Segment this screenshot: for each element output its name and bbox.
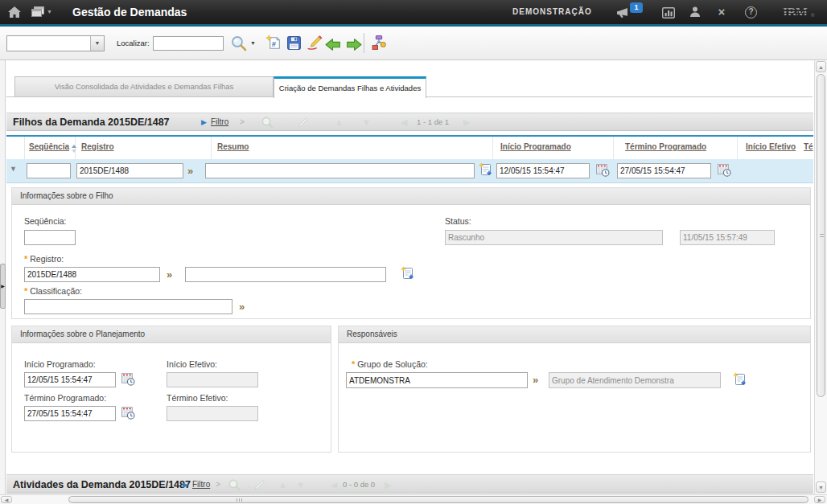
workflow-icon[interactable] bbox=[370, 35, 387, 51]
next-record-icon[interactable] bbox=[345, 36, 362, 53]
tab-criacao-demandas[interactable]: Criação de Demandas Filhas e Atividades bbox=[274, 76, 426, 98]
search-ghost-icon bbox=[261, 116, 274, 129]
scroll-right-icon[interactable]: ▶ bbox=[814, 496, 825, 503]
status-label: Status: bbox=[445, 216, 471, 226]
row-registro-input[interactable] bbox=[76, 163, 183, 178]
responsaveis-title: Responsáveis bbox=[339, 326, 810, 343]
next-page-ghost-icon: ▶ bbox=[385, 480, 391, 490]
windows-menu-caret-icon[interactable]: ▼ bbox=[47, 9, 52, 14]
search-icon[interactable] bbox=[230, 35, 248, 52]
inicio-efetivo-label: Início Efetivo: bbox=[167, 359, 217, 369]
atividades-filtro-link[interactable]: Filtro bbox=[192, 480, 210, 489]
reports-chart-icon[interactable] bbox=[661, 6, 676, 20]
help-icon[interactable]: ? bbox=[745, 6, 757, 18]
localizar-input[interactable] bbox=[153, 36, 224, 51]
row-inicio-calendar-icon[interactable] bbox=[595, 162, 610, 177]
row-termino-calendar-icon[interactable] bbox=[717, 162, 731, 177]
termino-efetivo-label: Término Efetivo: bbox=[167, 393, 228, 403]
planejamento-group: Informações sobre o Planejamento bbox=[11, 326, 331, 453]
grupo-solucao-lookup-icon[interactable]: » bbox=[533, 372, 538, 387]
grupo-solucao-input[interactable] bbox=[346, 372, 528, 388]
registro-label-text: Registro: bbox=[30, 254, 64, 264]
termino-programado-input[interactable] bbox=[24, 406, 116, 421]
registro-desc-input[interactable] bbox=[185, 267, 386, 282]
filtro-play-icon[interactable]: ▶ bbox=[201, 118, 207, 126]
combobox-caret-icon[interactable]: ▼ bbox=[90, 36, 104, 51]
filtro-play-icon[interactable]: ▶ bbox=[183, 481, 188, 489]
search-options-caret-icon[interactable]: ▼ bbox=[250, 40, 256, 46]
tab-visao-consolidada[interactable]: Visão Consolidada de Atividades e Demand… bbox=[14, 76, 274, 97]
atividades-section-title: Atividades da Demanda 2015DE/1487 bbox=[13, 479, 191, 490]
move-down-ghost-icon: ▼ bbox=[362, 117, 371, 127]
table-header-accent bbox=[6, 135, 813, 137]
edit-ghost-icon bbox=[253, 478, 266, 492]
filho-info-title: Informações sobre o Filho bbox=[12, 188, 810, 205]
filtro-expand-chevron[interactable]: > bbox=[240, 117, 245, 126]
save-icon[interactable] bbox=[286, 35, 302, 51]
grupo-long-description-icon[interactable] bbox=[733, 372, 747, 387]
row-sequencia-input[interactable] bbox=[27, 163, 71, 178]
prev-page-ghost-icon: ◀ bbox=[331, 480, 337, 490]
localizar-label: Localizar: bbox=[117, 39, 150, 47]
filtro-expand-chevron[interactable]: > bbox=[216, 480, 220, 489]
column-header-inicio-programado[interactable]: Início Programado bbox=[500, 142, 571, 151]
registro-lookup-icon[interactable]: » bbox=[167, 267, 172, 282]
column-header-sequencia[interactable]: Seqüência bbox=[29, 142, 69, 151]
horizontal-scrollbar[interactable]: ◀ ▶ bbox=[0, 494, 827, 504]
classificacao-input[interactable] bbox=[24, 299, 232, 314]
inicio-programado-label: Início Programado: bbox=[24, 359, 96, 369]
termino-programado-label: Término Programado: bbox=[24, 393, 106, 403]
column-header-registro[interactable]: Registro bbox=[81, 142, 114, 151]
previous-record-icon[interactable] bbox=[325, 36, 342, 53]
status-date-input bbox=[680, 230, 775, 245]
column-header-termino-programado[interactable]: Término Programado bbox=[625, 142, 706, 151]
row-termino-programado-input[interactable] bbox=[617, 163, 711, 178]
row-resumo-input[interactable] bbox=[205, 163, 475, 178]
windows-stack-icon[interactable] bbox=[31, 5, 45, 19]
inicio-efetivo-input bbox=[167, 372, 258, 387]
row-inicio-programado-input[interactable] bbox=[496, 163, 590, 178]
home-icon[interactable] bbox=[7, 5, 22, 19]
registro-input[interactable] bbox=[24, 267, 160, 282]
profile-icon[interactable] bbox=[689, 6, 702, 18]
planejamento-title: Informações sobre o Planejamento bbox=[12, 326, 331, 343]
required-icon: * bbox=[24, 286, 27, 296]
expand-row-icon[interactable]: ▼ bbox=[10, 165, 17, 173]
termino-programado-calendar-icon[interactable] bbox=[121, 405, 135, 420]
close-icon[interactable]: × bbox=[714, 5, 729, 19]
sequencia-label: Seqüência: bbox=[24, 216, 67, 226]
registro-long-description-icon[interactable] bbox=[401, 266, 415, 281]
status-input bbox=[445, 230, 663, 245]
row-registro-lookup-icon[interactable]: » bbox=[187, 163, 193, 178]
vertical-scrollbar[interactable]: ▲ ▼ bbox=[814, 60, 827, 494]
announcements-icon[interactable] bbox=[615, 6, 630, 20]
column-header-inicio-efetivo[interactable]: Início Efetivo bbox=[746, 142, 796, 151]
scroll-up-icon[interactable]: ▲ bbox=[816, 61, 826, 72]
column-header-resumo[interactable]: Resumo bbox=[217, 142, 249, 151]
search-ghost-icon bbox=[228, 478, 241, 492]
inicio-programado-input[interactable] bbox=[24, 372, 116, 387]
vertical-scrollbar-thumb[interactable] bbox=[817, 74, 825, 397]
splitter-grip[interactable]: ▶ bbox=[0, 264, 6, 309]
filhos-section-title: Filhos da Demanda 2015DE/1487 bbox=[13, 117, 170, 128]
scroll-left-icon[interactable]: ◀ bbox=[1, 496, 12, 503]
column-header-termino-efetivo[interactable]: Té bbox=[804, 142, 813, 151]
grupo-solucao-label: * Grupo de Solução: bbox=[352, 359, 428, 369]
scroll-down-icon[interactable]: ▼ bbox=[816, 481, 826, 493]
move-up-ghost-icon: ▲ bbox=[335, 117, 344, 127]
tab-label: Criação de Demandas Filhas e Atividades bbox=[279, 84, 421, 92]
classificacao-lookup-icon[interactable]: » bbox=[239, 299, 245, 314]
next-page-ghost-icon: ▶ bbox=[463, 117, 470, 128]
record-combobox[interactable]: ▼ bbox=[6, 35, 105, 51]
row-long-description-icon[interactable] bbox=[479, 162, 493, 177]
classificacao-label-text: Classificação: bbox=[30, 286, 82, 296]
clear-changes-icon[interactable] bbox=[306, 35, 323, 51]
responsaveis-group: Responsáveis bbox=[338, 326, 811, 453]
horizontal-scrollbar-thumb[interactable] bbox=[68, 496, 808, 503]
sort-icon[interactable] bbox=[71, 144, 77, 154]
atividades-section-bar: Atividades da Demanda 2015DE/1487 ▶ Filt… bbox=[6, 474, 813, 494]
sequencia-input[interactable] bbox=[24, 230, 76, 245]
inicio-programado-calendar-icon[interactable] bbox=[121, 371, 135, 386]
filtro-link[interactable]: Filtro bbox=[211, 117, 228, 126]
new-record-icon[interactable] bbox=[265, 35, 282, 51]
